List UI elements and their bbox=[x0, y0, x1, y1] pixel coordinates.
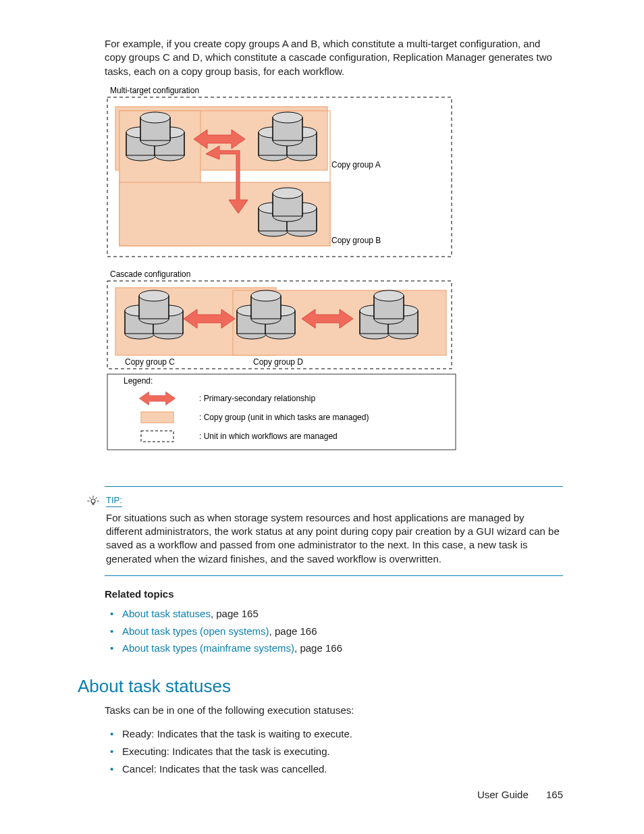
list-item: Ready: Indicates that the task is waitin… bbox=[119, 725, 563, 743]
related-link[interactable]: About task types (open systems) bbox=[122, 625, 269, 637]
list-item: Executing: Indicates that the task is ex… bbox=[119, 743, 563, 760]
legend-title: Legend: bbox=[124, 376, 153, 386]
related-link[interactable]: About task types (mainframe systems) bbox=[122, 642, 294, 654]
list-item: About task statuses, page 165 bbox=[119, 605, 563, 623]
page-footer: User Guide 165 bbox=[477, 789, 563, 800]
legend-solid-label: : Copy group (unit in which tasks are ma… bbox=[199, 413, 369, 422]
copy-group-b-label: Copy group B bbox=[331, 236, 381, 245]
footer-doc-title: User Guide bbox=[477, 789, 529, 800]
related-link-suffix: , page 165 bbox=[211, 608, 259, 619]
footer-page-number: 165 bbox=[546, 789, 563, 800]
legend-arrow-label: : Primary-secondary relationship bbox=[199, 394, 315, 403]
list-item: About task types (mainframe systems), pa… bbox=[119, 640, 563, 657]
intro-paragraph: For example, if you create copy groups A… bbox=[105, 37, 563, 78]
related-topics-heading: Related topics bbox=[105, 588, 563, 600]
legend-dashed-label: : Unit in which workflows are managed bbox=[199, 432, 338, 441]
svg-rect-16 bbox=[141, 412, 173, 423]
related-link-suffix: , page 166 bbox=[269, 625, 317, 637]
list-item: About task types (open systems), page 16… bbox=[119, 623, 563, 640]
svg-point-18 bbox=[91, 499, 95, 503]
copy-group-a-label: Copy group A bbox=[331, 160, 381, 170]
list-item: Cancel: Indicates that the task was canc… bbox=[119, 760, 563, 778]
copy-group-c-label: Copy group C bbox=[125, 357, 175, 367]
copy-group-d-label: Copy group D bbox=[253, 357, 303, 367]
svg-line-22 bbox=[90, 498, 91, 499]
status-list: Ready: Indicates that the task is waitin… bbox=[105, 725, 563, 777]
tip-icon bbox=[86, 494, 101, 507]
related-topics-list: About task statuses, page 165 About task… bbox=[105, 605, 563, 657]
configuration-diagram: Multi-target configuration Copy group A … bbox=[105, 86, 563, 471]
section-heading-about-task-statuses: About task statuses bbox=[78, 676, 563, 697]
svg-line-23 bbox=[96, 498, 97, 499]
tip-block: TIP: For situations such as when storage… bbox=[105, 486, 563, 576]
svg-rect-17 bbox=[141, 431, 173, 442]
section-intro: Tasks can be in one of the following exe… bbox=[105, 704, 563, 717]
tip-body: For situations such as when storage syst… bbox=[106, 511, 563, 566]
related-link[interactable]: About task statuses bbox=[122, 608, 211, 619]
cascade-title: Cascade configuration bbox=[110, 269, 190, 279]
tip-label: TIP: bbox=[106, 495, 122, 507]
related-link-suffix: , page 166 bbox=[294, 642, 342, 654]
multi-target-title: Multi-target configuration bbox=[110, 86, 199, 95]
